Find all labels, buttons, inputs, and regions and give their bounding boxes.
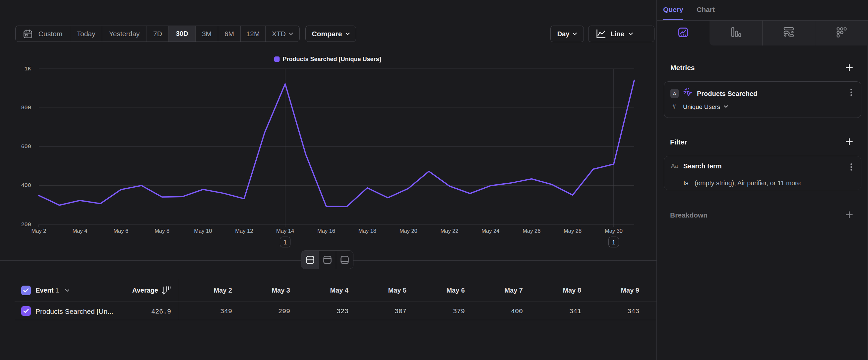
svg-text:May 4: May 4 — [72, 228, 87, 234]
svg-text:1: 1 — [283, 239, 287, 246]
svg-text:Products Searched [Unique User: Products Searched [Unique Users] — [283, 56, 381, 62]
svg-text:800: 800 — [21, 105, 31, 111]
svg-text:May 26: May 26 — [523, 228, 540, 234]
svg-text:600: 600 — [21, 143, 31, 150]
svg-text:May 20: May 20 — [400, 228, 417, 234]
svg-text:May 8: May 8 — [155, 228, 169, 234]
svg-text:May 22: May 22 — [441, 228, 459, 234]
svg-text:May 18: May 18 — [359, 228, 376, 234]
svg-text:May 14: May 14 — [276, 228, 294, 234]
svg-text:1: 1 — [612, 239, 615, 246]
svg-text:May 16: May 16 — [317, 228, 335, 234]
svg-text:May 2: May 2 — [31, 228, 46, 234]
svg-text:May 28: May 28 — [564, 228, 582, 234]
svg-text:May 12: May 12 — [235, 228, 253, 234]
svg-text:1K: 1K — [25, 66, 31, 72]
svg-text:May 24: May 24 — [482, 228, 499, 234]
svg-text:400: 400 — [21, 182, 31, 189]
svg-text:200: 200 — [21, 222, 31, 228]
svg-text:May 6: May 6 — [114, 228, 128, 234]
svg-text:May 30: May 30 — [605, 228, 623, 234]
svg-text:May 10: May 10 — [194, 228, 212, 234]
